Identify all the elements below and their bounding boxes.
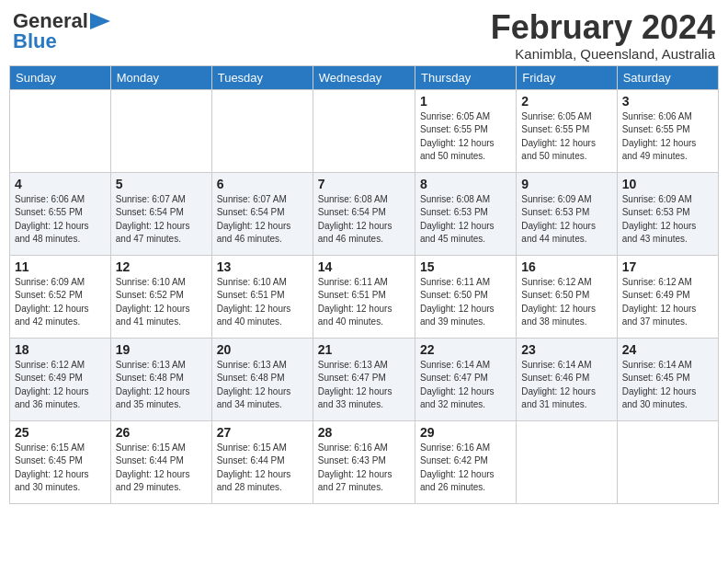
calendar-header-row: SundayMondayTuesdayWednesdayThursdayFrid… xyxy=(10,65,719,89)
day-number: 16 xyxy=(521,259,611,274)
day-of-week-header: Friday xyxy=(517,65,617,89)
day-number: 18 xyxy=(15,342,106,357)
calendar-cell: 7Sunrise: 6:08 AM Sunset: 6:54 PM Daylig… xyxy=(313,172,415,255)
day-number: 6 xyxy=(217,177,308,191)
day-number: 15 xyxy=(420,259,511,274)
calendar-cell: 21Sunrise: 6:13 AM Sunset: 6:47 PM Dayli… xyxy=(313,338,415,420)
day-of-week-header: Thursday xyxy=(415,65,516,89)
day-number: 29 xyxy=(420,425,511,440)
calendar-cell: 8Sunrise: 6:08 AM Sunset: 6:53 PM Daylig… xyxy=(415,172,516,255)
calendar-cell: 27Sunrise: 6:15 AM Sunset: 6:44 PM Dayli… xyxy=(211,420,313,503)
calendar-cell: 2Sunrise: 6:05 AM Sunset: 6:55 PM Daylig… xyxy=(517,89,617,172)
day-number: 9 xyxy=(521,177,611,191)
calendar-week-row: 4Sunrise: 6:06 AM Sunset: 6:55 PM Daylig… xyxy=(10,172,719,255)
day-info: Sunrise: 6:15 AM Sunset: 6:45 PM Dayligh… xyxy=(15,442,106,495)
calendar-cell: 12Sunrise: 6:10 AM Sunset: 6:52 PM Dayli… xyxy=(110,255,211,338)
calendar-cell: 24Sunrise: 6:14 AM Sunset: 6:45 PM Dayli… xyxy=(617,338,718,420)
calendar-body: 1Sunrise: 6:05 AM Sunset: 6:55 PM Daylig… xyxy=(10,89,719,503)
day-of-week-header: Tuesday xyxy=(211,65,313,89)
day-of-week-header: Saturday xyxy=(617,65,718,89)
day-number: 5 xyxy=(116,177,207,191)
calendar-cell: 16Sunrise: 6:12 AM Sunset: 6:50 PM Dayli… xyxy=(517,255,617,338)
day-info: Sunrise: 6:14 AM Sunset: 6:47 PM Dayligh… xyxy=(420,359,511,412)
calendar-cell: 17Sunrise: 6:12 AM Sunset: 6:49 PM Dayli… xyxy=(617,255,718,338)
day-number: 26 xyxy=(116,425,207,440)
day-number: 10 xyxy=(622,177,713,191)
calendar-cell: 4Sunrise: 6:06 AM Sunset: 6:55 PM Daylig… xyxy=(10,172,111,255)
day-info: Sunrise: 6:14 AM Sunset: 6:45 PM Dayligh… xyxy=(622,359,713,412)
day-number: 11 xyxy=(15,259,106,274)
month-title: February 2024 xyxy=(491,9,715,46)
location: Kanimbla, Queensland, Australia xyxy=(491,46,715,62)
day-info: Sunrise: 6:05 AM Sunset: 6:55 PM Dayligh… xyxy=(521,110,611,164)
day-info: Sunrise: 6:13 AM Sunset: 6:48 PM Dayligh… xyxy=(217,359,308,412)
day-info: Sunrise: 6:07 AM Sunset: 6:54 PM Dayligh… xyxy=(116,193,207,247)
day-number: 28 xyxy=(318,425,410,440)
day-number: 2 xyxy=(521,94,611,109)
day-info: Sunrise: 6:11 AM Sunset: 6:50 PM Dayligh… xyxy=(420,276,511,329)
day-number: 4 xyxy=(15,177,106,191)
day-info: Sunrise: 6:08 AM Sunset: 6:53 PM Dayligh… xyxy=(420,193,511,247)
svg-marker-0 xyxy=(90,13,110,29)
day-info: Sunrise: 6:12 AM Sunset: 6:49 PM Dayligh… xyxy=(622,276,713,329)
calendar-cell: 23Sunrise: 6:14 AM Sunset: 6:46 PM Dayli… xyxy=(517,338,617,420)
calendar-cell: 3Sunrise: 6:06 AM Sunset: 6:55 PM Daylig… xyxy=(617,89,718,172)
day-number: 20 xyxy=(217,342,308,357)
day-number: 17 xyxy=(622,259,713,274)
calendar-week-row: 11Sunrise: 6:09 AM Sunset: 6:52 PM Dayli… xyxy=(10,255,719,338)
day-info: Sunrise: 6:11 AM Sunset: 6:51 PM Dayligh… xyxy=(318,276,410,329)
calendar-cell: 10Sunrise: 6:09 AM Sunset: 6:53 PM Dayli… xyxy=(617,172,718,255)
calendar-cell: 9Sunrise: 6:09 AM Sunset: 6:53 PM Daylig… xyxy=(517,172,617,255)
calendar-week-row: 1Sunrise: 6:05 AM Sunset: 6:55 PM Daylig… xyxy=(10,89,719,172)
calendar-cell: 20Sunrise: 6:13 AM Sunset: 6:48 PM Dayli… xyxy=(211,338,313,420)
day-number: 14 xyxy=(318,259,410,274)
calendar-cell: 14Sunrise: 6:11 AM Sunset: 6:51 PM Dayli… xyxy=(313,255,415,338)
calendar-cell xyxy=(110,89,211,172)
day-info: Sunrise: 6:15 AM Sunset: 6:44 PM Dayligh… xyxy=(116,442,207,495)
day-info: Sunrise: 6:12 AM Sunset: 6:50 PM Dayligh… xyxy=(521,276,611,329)
day-info: Sunrise: 6:16 AM Sunset: 6:42 PM Dayligh… xyxy=(420,442,511,495)
day-info: Sunrise: 6:08 AM Sunset: 6:54 PM Dayligh… xyxy=(318,193,410,247)
calendar-week-row: 25Sunrise: 6:15 AM Sunset: 6:45 PM Dayli… xyxy=(10,420,719,503)
day-number: 27 xyxy=(217,425,308,440)
calendar-cell: 26Sunrise: 6:15 AM Sunset: 6:44 PM Dayli… xyxy=(110,420,211,503)
calendar-cell: 22Sunrise: 6:14 AM Sunset: 6:47 PM Dayli… xyxy=(415,338,516,420)
day-number: 12 xyxy=(116,259,207,274)
day-number: 21 xyxy=(318,342,410,357)
calendar-cell: 13Sunrise: 6:10 AM Sunset: 6:51 PM Dayli… xyxy=(211,255,313,338)
logo: General Blue xyxy=(13,9,110,53)
day-info: Sunrise: 6:16 AM Sunset: 6:43 PM Dayligh… xyxy=(318,442,410,495)
day-number: 8 xyxy=(420,177,511,191)
day-info: Sunrise: 6:09 AM Sunset: 6:53 PM Dayligh… xyxy=(521,193,611,247)
logo-arrow-icon xyxy=(90,13,110,29)
calendar-cell: 19Sunrise: 6:13 AM Sunset: 6:48 PM Dayli… xyxy=(110,338,211,420)
calendar-cell: 25Sunrise: 6:15 AM Sunset: 6:45 PM Dayli… xyxy=(10,420,111,503)
calendar-cell: 1Sunrise: 6:05 AM Sunset: 6:55 PM Daylig… xyxy=(415,89,516,172)
day-number: 25 xyxy=(15,425,106,440)
title-section: February 2024 Kanimbla, Queensland, Aust… xyxy=(491,9,715,62)
calendar-week-row: 18Sunrise: 6:12 AM Sunset: 6:49 PM Dayli… xyxy=(10,338,719,420)
day-of-week-header: Wednesday xyxy=(313,65,415,89)
day-info: Sunrise: 6:06 AM Sunset: 6:55 PM Dayligh… xyxy=(622,110,713,164)
calendar-cell: 11Sunrise: 6:09 AM Sunset: 6:52 PM Dayli… xyxy=(10,255,111,338)
calendar-cell xyxy=(10,89,111,172)
calendar-cell xyxy=(211,89,313,172)
calendar-cell: 28Sunrise: 6:16 AM Sunset: 6:43 PM Dayli… xyxy=(313,420,415,503)
calendar-cell: 18Sunrise: 6:12 AM Sunset: 6:49 PM Dayli… xyxy=(10,338,111,420)
day-info: Sunrise: 6:15 AM Sunset: 6:44 PM Dayligh… xyxy=(217,442,308,495)
calendar-cell: 15Sunrise: 6:11 AM Sunset: 6:50 PM Dayli… xyxy=(415,255,516,338)
page-header: General Blue February 2024 Kanimbla, Que… xyxy=(9,9,719,62)
day-info: Sunrise: 6:06 AM Sunset: 6:55 PM Dayligh… xyxy=(15,193,106,247)
day-info: Sunrise: 6:13 AM Sunset: 6:48 PM Dayligh… xyxy=(116,359,207,412)
day-number: 3 xyxy=(622,94,713,109)
day-number: 19 xyxy=(116,342,207,357)
day-number: 13 xyxy=(217,259,308,274)
calendar-table: SundayMondayTuesdayWednesdayThursdayFrid… xyxy=(9,65,719,504)
day-number: 23 xyxy=(521,342,611,357)
calendar-cell: 5Sunrise: 6:07 AM Sunset: 6:54 PM Daylig… xyxy=(110,172,211,255)
day-of-week-header: Sunday xyxy=(10,65,111,89)
day-info: Sunrise: 6:09 AM Sunset: 6:53 PM Dayligh… xyxy=(622,193,713,247)
calendar-cell: 6Sunrise: 6:07 AM Sunset: 6:54 PM Daylig… xyxy=(211,172,313,255)
day-number: 24 xyxy=(622,342,713,357)
day-info: Sunrise: 6:10 AM Sunset: 6:52 PM Dayligh… xyxy=(116,276,207,329)
